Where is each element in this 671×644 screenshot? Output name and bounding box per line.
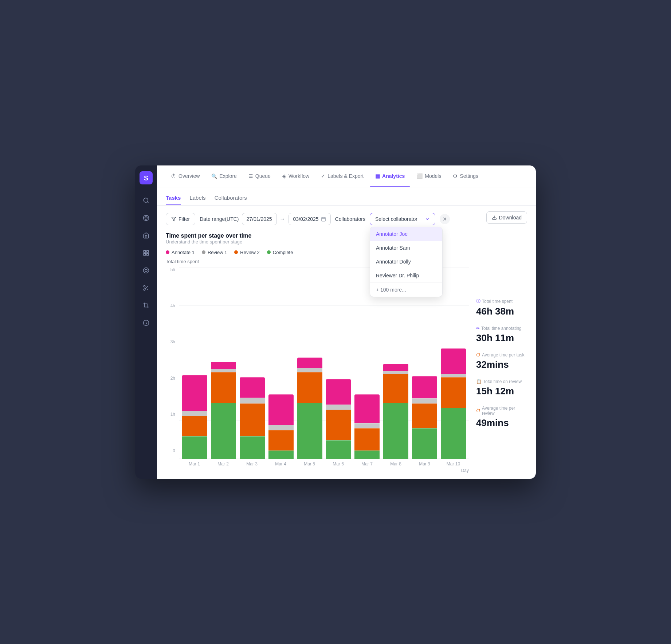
bar-segment (268, 394, 294, 425)
labels-icon: ✓ (321, 173, 325, 179)
nav-analytics-label: Analytics (382, 173, 405, 179)
legend-review2: Review 2 (234, 250, 259, 255)
tab-collaborators[interactable]: Collaborators (215, 195, 247, 205)
download-icon (492, 215, 497, 220)
date-to-box[interactable]: 03/02/2025 (289, 213, 331, 225)
date-from-box[interactable]: 27/01/2025 (242, 213, 277, 225)
top-nav: ⏱ Overview 🔍 Explore ☰ Queue ◈ Workflow … (157, 165, 536, 187)
models-icon: ⬜ (416, 173, 423, 179)
date-range: Date range(UTC) 27/01/2025 → 03/02/2025 (200, 213, 331, 225)
y-label-3h: 3h (166, 339, 175, 344)
bar-group-4 (297, 358, 322, 458)
grid-line-4 (179, 305, 469, 306)
globe-icon[interactable] (139, 211, 153, 225)
bar-segment (182, 416, 207, 436)
collab-option-joe[interactable]: Annotator Joe (370, 227, 442, 241)
date-separator: → (280, 216, 286, 222)
collab-more-option[interactable]: + 100 more... (370, 282, 442, 297)
chart-legend: Annotate 1 Review 1 Review 2 Complete (166, 250, 527, 255)
bar-segment (297, 403, 322, 459)
x-label-8: Mar 9 (412, 461, 437, 467)
x-label-4: Mar 5 (297, 461, 322, 467)
legend-label-annotate1: Annotate 1 (172, 250, 195, 255)
nav-analytics[interactable]: ▦ Analytics (370, 170, 410, 182)
legend-label-review2: Review 2 (240, 250, 259, 255)
filter-bar: Filter Date range(UTC) 27/01/2025 → 03/0… (157, 206, 536, 233)
bar-segment (354, 450, 380, 458)
collaborator-dropdown: Annotator Joe Annotator Sam Annotator Do… (370, 227, 443, 297)
collaborator-select-value: Select collaborator (375, 216, 417, 222)
bar-group-1 (211, 362, 236, 459)
y-label-5h: 5h (166, 267, 175, 272)
stat-item-4: ⏱ Average time per review 49mins (476, 406, 527, 429)
target-icon[interactable] (139, 263, 153, 278)
svg-rect-9 (144, 253, 145, 255)
nav-explore[interactable]: 🔍 Explore (206, 170, 242, 182)
clear-filter-button[interactable]: ✕ (440, 214, 450, 224)
x-label-5: Mar 6 (326, 461, 351, 467)
legend-annotate1: Annotate 1 (166, 250, 195, 255)
day-label: Day (166, 467, 469, 473)
nav-settings-label: Settings (460, 173, 478, 179)
nav-settings[interactable]: ⚙ Settings (448, 170, 483, 182)
collaborator-select-button[interactable]: Select collaborator (370, 213, 435, 225)
svg-point-2 (144, 198, 148, 202)
bar-segment (268, 450, 294, 458)
stat-label-2: ⏱ Average time per task (476, 352, 527, 358)
bar-segment (182, 411, 207, 416)
download-button[interactable]: Download (486, 211, 527, 224)
stat-label-3: 📋 Total time on review (476, 379, 527, 384)
download-label: Download (499, 215, 522, 220)
scissors-icon[interactable] (139, 281, 153, 295)
bar-segment (441, 408, 466, 459)
legend-label-review1: Review 1 (208, 250, 227, 255)
bar-segment (441, 374, 466, 377)
chart-section: Time spent per stage over time Understan… (157, 233, 536, 479)
crop-icon[interactable] (139, 298, 153, 313)
date-to-value: 03/02/2025 (293, 216, 319, 222)
collab-option-sam[interactable]: Annotator Sam (370, 241, 442, 255)
search-icon[interactable] (139, 193, 153, 208)
dial-icon[interactable] (139, 316, 153, 330)
bar-segment (297, 358, 322, 368)
nav-models[interactable]: ⬜ Models (411, 170, 446, 182)
bar-segment (354, 394, 380, 423)
bar-segment (326, 440, 351, 458)
x-label-0: Mar 1 (182, 461, 207, 467)
chevron-down-icon (425, 216, 430, 222)
stat-value-0: 46h 38m (476, 306, 527, 317)
tab-labels[interactable]: Labels (189, 195, 205, 205)
tab-tasks[interactable]: Tasks (166, 195, 181, 205)
x-labels: Mar 1Mar 2Mar 3Mar 4Mar 5Mar 6Mar 7Mar 8… (179, 459, 469, 467)
grid-icon[interactable] (139, 246, 153, 260)
svg-line-3 (147, 202, 148, 203)
nav-explore-label: Explore (219, 173, 236, 179)
nav-overview[interactable]: ⏱ Overview (166, 170, 205, 182)
workflow-icon: ◈ (282, 173, 286, 179)
nav-queue[interactable]: ☰ Queue (243, 170, 276, 182)
bar-segment (441, 377, 466, 408)
stat-icon-4: ⏱ (476, 408, 480, 413)
queue-icon: ☰ (248, 173, 253, 179)
app-shell: S (135, 165, 536, 479)
collab-option-dolly[interactable]: Annotator Dolly (370, 255, 442, 269)
svg-point-10 (144, 268, 149, 273)
svg-rect-6 (144, 250, 145, 252)
stat-icon-0: ⓘ (476, 298, 480, 304)
svg-rect-8 (147, 253, 149, 255)
stat-value-4: 49mins (476, 417, 527, 429)
app-logo[interactable]: S (140, 171, 153, 184)
stat-value-2: 32mins (476, 359, 527, 370)
stat-item-1: ✏ Total time annotating 30h 11m (476, 326, 527, 344)
chart-header: Time spent per stage over time Understan… (166, 233, 251, 245)
filter-button[interactable]: Filter (166, 213, 195, 225)
svg-rect-7 (147, 250, 149, 252)
home-icon[interactable] (139, 228, 153, 243)
nav-labels-export[interactable]: ✓ Labels & Export (316, 170, 369, 182)
bar-segment (383, 364, 408, 371)
nav-workflow[interactable]: ◈ Workflow (277, 170, 314, 182)
x-label-1: Mar 2 (211, 461, 236, 467)
bar-group-3 (268, 394, 294, 458)
collab-option-philip[interactable]: Reviewer Dr. Philip (370, 269, 442, 282)
chart-subtitle: Understand the time spent per stage (166, 239, 251, 245)
